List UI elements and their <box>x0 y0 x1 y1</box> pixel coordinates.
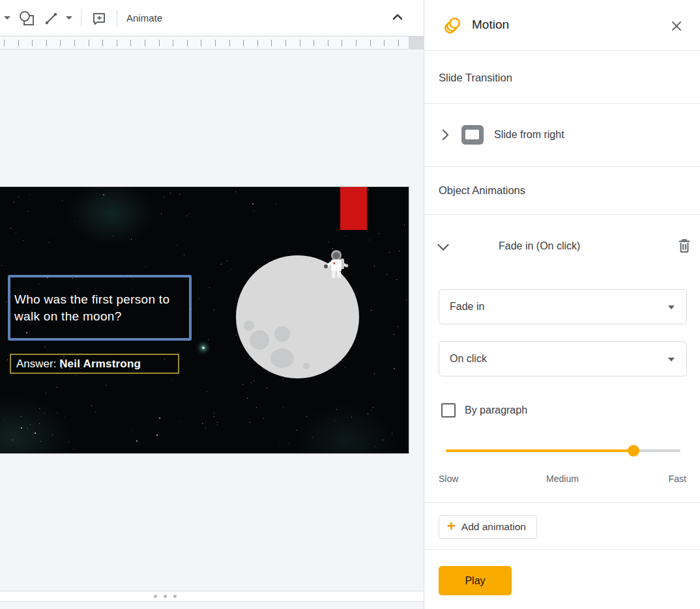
select-caret-icon <box>668 358 675 361</box>
chevron-up-icon <box>390 9 405 25</box>
trash-icon <box>676 237 693 254</box>
ruler-corner <box>409 36 424 50</box>
drag-handle-icon[interactable] <box>154 595 177 598</box>
divider <box>424 103 700 104</box>
speaker-notes-bar[interactable] <box>0 591 424 602</box>
add-comment-icon <box>91 10 107 26</box>
line-icon <box>43 10 59 26</box>
divider <box>424 502 700 503</box>
moon-crater <box>244 320 254 331</box>
delete-animation-button[interactable] <box>676 237 693 254</box>
plus-icon: + <box>447 519 456 533</box>
play-button[interactable]: Play <box>439 566 512 595</box>
horizontal-ruler <box>0 36 409 50</box>
divider <box>424 50 700 51</box>
divider <box>424 549 700 550</box>
google-slides-app: Animate <box>0 0 700 609</box>
editing-canvas: Who was the first person to walk on the … <box>0 50 424 609</box>
panel-title: Motion <box>472 18 509 32</box>
moon-crater <box>270 348 294 368</box>
line-dropdown-arrow-icon[interactable] <box>63 7 76 30</box>
shape-tool-button[interactable] <box>14 7 39 30</box>
collapse-animation-button[interactable] <box>435 238 452 255</box>
moon-crater <box>250 330 269 350</box>
astronaut-image[interactable] <box>323 249 350 282</box>
transition-type-label[interactable]: Slide from right <box>494 129 564 141</box>
answer-text-box[interactable]: Answer: Neil Armstrong <box>10 354 179 374</box>
animation-title[interactable]: Fade in (On click) <box>499 240 580 252</box>
speed-label-fast: Fast <box>669 474 686 484</box>
add-animation-button[interactable]: + Add animation <box>439 515 537 539</box>
speed-slider-thumb[interactable] <box>628 445 639 457</box>
bright-star <box>202 347 205 349</box>
play-label: Play <box>465 575 485 587</box>
speed-slider-fill <box>446 449 634 452</box>
effect-type-value: Fade in <box>450 301 484 313</box>
chevron-down-icon <box>435 238 452 255</box>
animate-label: Animate <box>123 12 166 23</box>
motion-panel: Motion Slide Transition Slide from right… <box>424 0 700 609</box>
speed-slider[interactable] <box>446 449 680 452</box>
moon-crater <box>274 326 290 342</box>
toolbar-dropdown-arrow-icon[interactable] <box>0 7 14 30</box>
select-caret-icon <box>668 305 675 309</box>
moon-crater <box>303 363 310 369</box>
animate-menu-button[interactable]: Animate <box>123 7 166 30</box>
trigger-value: On click <box>450 353 487 365</box>
red-rectangle-shape[interactable] <box>340 187 367 230</box>
trigger-select[interactable]: On click <box>439 341 687 376</box>
slide-transition-icon <box>461 125 484 145</box>
speed-label-medium: Medium <box>530 474 595 484</box>
toolbar-separator <box>117 10 117 27</box>
by-paragraph-label: By paragraph <box>465 404 527 416</box>
object-animations-heading: Object Animations <box>439 184 525 197</box>
expand-transition-button[interactable] <box>437 127 453 143</box>
close-x-icon <box>669 19 684 33</box>
chevron-right-icon <box>437 127 453 143</box>
speed-label-slow: Slow <box>439 474 458 484</box>
collapse-toolbar-button[interactable] <box>390 9 405 25</box>
motion-icon <box>443 16 463 35</box>
add-comment-button[interactable] <box>87 7 111 30</box>
toolbar-separator <box>81 10 81 27</box>
divider <box>424 166 700 167</box>
question-text: Who was the first person to walk on the … <box>14 291 188 324</box>
line-tool-button[interactable] <box>39 7 63 30</box>
question-text-box[interactable]: Who was the first person to walk on the … <box>8 275 192 341</box>
answer-text: Answer: Neil Armstrong <box>16 358 141 371</box>
shape-icon <box>18 10 35 27</box>
slide-transition-heading: Slide Transition <box>439 72 512 84</box>
add-animation-label: Add animation <box>461 521 526 533</box>
close-panel-button[interactable] <box>669 19 684 33</box>
by-paragraph-checkbox[interactable] <box>441 403 456 418</box>
slide-canvas[interactable]: Who was the first person to walk on the … <box>0 187 409 453</box>
toolbar: Animate <box>0 0 424 36</box>
effect-type-select[interactable]: Fade in <box>439 289 687 324</box>
divider <box>424 214 700 215</box>
